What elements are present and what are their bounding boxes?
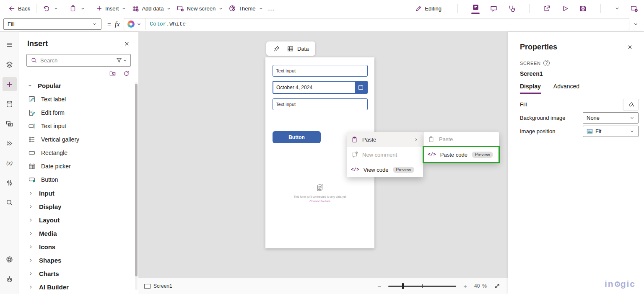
insert-item-button[interactable]: Button — [19, 173, 138, 186]
editing-mode-button[interactable]: Editing — [413, 2, 444, 15]
category-media[interactable]: Media — [19, 227, 138, 240]
new-screen-button[interactable]: New screen — [174, 2, 226, 15]
insert-menu-button[interactable]: Insert — [93, 2, 130, 15]
refresh-icon[interactable] — [123, 70, 130, 77]
fill-color-button[interactable] — [623, 99, 639, 110]
connect-to-data-link[interactable]: Connect to data — [265, 200, 374, 203]
zoom-slider[interactable] — [388, 283, 456, 289]
power-automate-rail-icon[interactable] — [3, 136, 17, 150]
insert-item-vertical-gallery[interactable]: Vertical gallery — [19, 133, 138, 146]
add-data-button[interactable]: Add data — [129, 2, 174, 15]
tab-advanced[interactable]: Advanced — [553, 83, 579, 94]
chevron-right-icon — [28, 231, 34, 236]
category-layout[interactable]: Layout — [19, 213, 138, 227]
search-input[interactable] — [40, 57, 110, 64]
copilot-button[interactable] — [124, 18, 145, 30]
image-position-select[interactable]: Fit — [583, 126, 639, 137]
insert-item-edit-form[interactable]: Edit form — [19, 106, 138, 119]
context-menu-new-comment[interactable]: New comment — [347, 147, 423, 162]
pin-icon[interactable] — [273, 45, 280, 52]
category-charts[interactable]: Charts — [19, 267, 138, 280]
canvas-text-input-1[interactable]: Text input — [273, 65, 368, 77]
background-image-select[interactable]: None — [583, 112, 639, 124]
insert-item-text-label[interactable]: Text label — [19, 93, 138, 106]
tab-display[interactable]: Display — [520, 83, 541, 94]
category-input[interactable]: Input — [19, 186, 138, 200]
canvas-area[interactable]: Data Text input October 4, 2024 Text inp… — [138, 32, 508, 294]
insert-item-label: Text label — [41, 96, 66, 103]
settings-gear-icon[interactable] — [3, 252, 17, 266]
category-ai-builder[interactable]: AI Builder — [19, 280, 138, 294]
search-rail-icon[interactable] — [3, 195, 17, 209]
insert-item-rectangle[interactable]: Rectangle — [19, 146, 138, 160]
power-apps-studio: Back — [0, 0, 644, 294]
filter-funnel-icon[interactable] — [116, 57, 122, 64]
theme-button[interactable]: Theme — [226, 2, 266, 15]
filter-chevron-icon[interactable] — [122, 58, 128, 63]
media-rail-icon[interactable] — [3, 116, 17, 131]
canvas-button[interactable]: Button — [273, 131, 321, 143]
more-commands-button[interactable]: … — [266, 5, 277, 12]
formula-input[interactable]: Color.White — [124, 18, 629, 30]
zoom-slider-thumb[interactable] — [402, 283, 404, 289]
comments-button[interactable] — [490, 5, 498, 13]
insert-item-date-picker[interactable]: Date picker — [19, 160, 138, 173]
tree-view-icon[interactable] — [3, 57, 17, 72]
help-icon[interactable]: ? — [543, 60, 550, 66]
divider — [113, 57, 113, 64]
preview-play-button[interactable] — [561, 5, 569, 13]
property-selector[interactable]: Fill — [3, 18, 101, 30]
undo-dropdown-chevron[interactable] — [52, 6, 60, 11]
hamburger-menu-icon[interactable] — [3, 38, 17, 52]
insert-item-label: Edit form — [41, 109, 65, 116]
app-checker-button[interactable] — [471, 3, 480, 14]
preview-badge: Preview — [472, 152, 493, 158]
submenu-paste[interactable]: Paste — [423, 132, 499, 147]
canvas-date-picker[interactable]: October 4, 2024 — [273, 81, 368, 94]
back-arrow-icon — [8, 5, 16, 12]
divider — [63, 4, 63, 13]
context-menu-view-code[interactable]: </> View code Preview — [347, 162, 423, 177]
insert-panel-scrollbar[interactable] — [135, 82, 138, 290]
insert-item-label: Button — [41, 176, 58, 183]
save-button[interactable] — [579, 5, 587, 13]
scrollbar-thumb[interactable] — [135, 84, 138, 276]
category-shapes[interactable]: Shapes — [19, 253, 138, 267]
insert-panel-close-icon[interactable] — [124, 41, 130, 47]
insert-rail-icon[interactable] — [3, 77, 17, 91]
submenu-paste-code[interactable]: </> Paste code Preview — [423, 147, 499, 162]
data-rail-icon[interactable] — [3, 97, 17, 111]
copilot-icon — [127, 21, 135, 28]
screen-selector[interactable]: Screen1 — [144, 283, 172, 289]
context-menu-paste[interactable]: Paste — [347, 132, 423, 147]
chevron-down-icon — [92, 21, 97, 27]
zoom-out-button[interactable]: − — [377, 283, 381, 290]
fit-to-window-icon[interactable] — [494, 283, 501, 289]
browse-components-icon[interactable] — [109, 70, 116, 77]
data-pill-button[interactable]: Data — [287, 45, 309, 52]
calendar-button[interactable] — [355, 82, 367, 93]
paste-button[interactable] — [67, 2, 79, 15]
app-checker-stethoscope-button[interactable] — [508, 5, 516, 13]
insert-item-text-input[interactable]: Text input — [19, 119, 138, 133]
canvas-status-bar: Screen1 − + 40 % — [138, 278, 508, 294]
save-dropdown-chevron[interactable] — [614, 5, 620, 11]
category-display[interactable]: Display — [19, 200, 138, 213]
back-button[interactable]: Back — [6, 2, 33, 15]
virtual-agent-bot-icon[interactable] — [3, 272, 17, 286]
canvas-text-input-2[interactable]: Text input — [273, 98, 368, 110]
formula-expression[interactable]: Color.White — [150, 21, 186, 27]
open-new-window-icon[interactable] — [630, 5, 638, 13]
formula-bar-expand-chevron[interactable] — [633, 21, 639, 27]
popular-section-header[interactable]: Popular — [19, 79, 138, 93]
image-icon — [587, 128, 593, 134]
properties-close-icon[interactable] — [627, 44, 633, 50]
paste-dropdown-chevron[interactable] — [79, 6, 86, 11]
controls-rail-icon[interactable] — [3, 175, 17, 190]
undo-button[interactable] — [40, 2, 52, 15]
category-icons[interactable]: Icons — [19, 240, 138, 253]
new-comment-icon — [351, 151, 358, 158]
variables-rail-icon[interactable]: (x) — [3, 156, 17, 170]
share-button[interactable] — [543, 5, 551, 13]
zoom-in-button[interactable]: + — [463, 283, 467, 290]
